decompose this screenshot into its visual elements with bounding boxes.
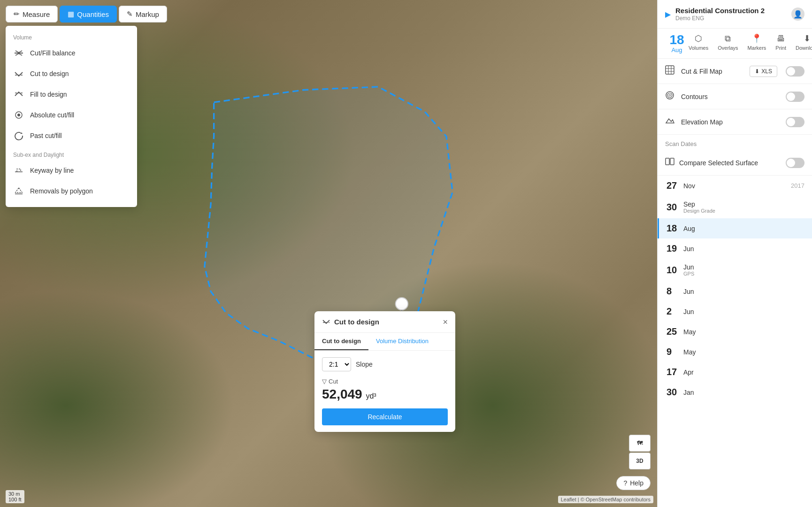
scan-month: Apr xyxy=(683,369,804,376)
scan-date-item[interactable]: 10 Jun GPS xyxy=(658,259,812,281)
map-icon-button[interactable]: 🗺 xyxy=(629,435,651,452)
popup-body: 2:1 Slope ▽ Cut 52,049 yd³ Recalculate xyxy=(314,351,455,432)
cut-fill-map-toggle[interactable] xyxy=(786,66,804,77)
scan-month: May xyxy=(683,348,804,356)
menu-item-fill-to-design-label: Fill to design xyxy=(30,91,67,98)
map-attribution: Leaflet | © OpenStreetMap contributors xyxy=(558,496,653,503)
scale-30m: 30 m xyxy=(8,491,22,497)
markers-label: Markers xyxy=(748,45,766,51)
date-badge: 18 Aug xyxy=(665,33,689,54)
menu-item-fill-to-design[interactable]: Fill to design xyxy=(6,84,137,105)
scan-day: 19 xyxy=(666,243,683,254)
popup-tabs: Cut to design Volume Distribution xyxy=(314,333,455,351)
tab-cut-to-design[interactable]: Cut to design xyxy=(314,333,368,350)
contours-toggle[interactable] xyxy=(786,92,804,102)
map-container[interactable]: ✏ Measure ▦ Quantities ✎ Markup Volume C… xyxy=(0,0,657,507)
measure-button[interactable]: ✏ Measure xyxy=(6,6,58,23)
contours-row: Contours xyxy=(658,84,812,109)
nav-download[interactable]: ⬇ Download xyxy=(796,33,812,51)
scan-date-item[interactable]: 19 Jun xyxy=(658,238,812,259)
scan-day: 9 xyxy=(666,346,683,357)
markup-label: Markup xyxy=(136,10,159,18)
scan-day: 27 xyxy=(666,180,683,191)
menu-item-cut-to-design-label: Cut to design xyxy=(30,70,69,77)
volumes-label: Volumes xyxy=(689,45,708,51)
quantities-button[interactable]: ▦ Quantities xyxy=(60,6,117,23)
menu-item-cut-fill-balance[interactable]: Cut/Fill balance xyxy=(6,43,137,63)
scan-day: 30 xyxy=(666,387,683,398)
overlays-icon: ⧉ xyxy=(725,34,731,44)
menu-item-removals-by-polygon[interactable]: Removals by polygon xyxy=(6,181,137,201)
nav-icons: ⬡ Volumes ⧉ Overlays 📍 Markers 🖶 Print ⬇… xyxy=(689,33,812,51)
elevation-map-toggle[interactable] xyxy=(786,117,804,127)
scan-date-item[interactable]: 9 May xyxy=(658,342,812,362)
scan-day: 2 xyxy=(666,306,683,317)
scan-date-item[interactable]: 30 Sep Design Grade xyxy=(658,196,812,218)
svg-point-7 xyxy=(17,114,20,116)
menu-item-absolute-cut-fill[interactable]: Absolute cut/fill xyxy=(6,105,137,125)
scan-date-item[interactable]: 30 Jan xyxy=(658,382,812,402)
menu-item-absolute-cut-fill-label: Absolute cut/fill xyxy=(30,111,74,119)
project-arrow-icon[interactable]: ▶ xyxy=(665,10,671,19)
download-icon: ⬇ xyxy=(804,33,811,44)
scan-month: Nov xyxy=(683,182,791,190)
scan-date-item[interactable]: 8 Jun xyxy=(658,281,812,301)
scan-month: Jun xyxy=(683,308,804,315)
scan-month: Sep xyxy=(683,200,804,208)
print-label: Print xyxy=(775,45,786,51)
recalculate-button[interactable]: Recalculate xyxy=(322,408,448,425)
help-button[interactable]: ? Help xyxy=(616,476,651,490)
markup-button[interactable]: ✎ Markup xyxy=(119,6,167,23)
slope-select[interactable]: 2:1 xyxy=(322,357,351,371)
menu-item-keyway-by-line[interactable]: Keyway by line xyxy=(6,160,137,181)
quantities-dropdown: Volume Cut/Fill balance Cut to design Fi… xyxy=(6,26,137,207)
map-style-buttons: 🗺 3D xyxy=(629,435,651,469)
project-name: Residential Construction 2 xyxy=(675,7,765,15)
date-nav-row: 18 Aug ⬡ Volumes ⧉ Overlays 📍 Markers 🖶 … xyxy=(658,29,812,59)
compare-toggle[interactable] xyxy=(786,158,804,168)
keyway-by-line-icon xyxy=(13,165,24,176)
scan-day: 25 xyxy=(666,326,683,337)
user-avatar[interactable]: 👤 xyxy=(791,8,804,21)
scan-date-item[interactable]: 27 Nov 2017 xyxy=(658,176,812,196)
scan-date-item[interactable]: 25 May xyxy=(658,322,812,342)
tab-volume-distribution[interactable]: Volume Distribution xyxy=(368,333,436,350)
menu-item-cut-to-design[interactable]: Cut to design xyxy=(6,63,137,84)
scan-date-item[interactable]: 17 Apr xyxy=(658,362,812,382)
scan-date-item[interactable]: 18 Aug xyxy=(658,218,812,238)
volumes-icon: ⬡ xyxy=(695,33,702,44)
xls-button[interactable]: ⬇ XLS xyxy=(750,66,777,77)
elevation-map-row: Elevation Map xyxy=(658,109,812,135)
project-info: ▶ Residential Construction 2 Demo ENG xyxy=(665,7,765,22)
slope-row: 2:1 Slope xyxy=(322,357,448,371)
compare-surface-row: Compare Selected Surface xyxy=(658,150,812,176)
scan-date-item[interactable]: 2 Jun xyxy=(658,301,812,322)
nav-print[interactable]: 🖶 Print xyxy=(775,34,786,51)
menu-item-past-cut-fill[interactable]: Past cut/fill xyxy=(6,125,137,146)
measure-icon: ✏ xyxy=(14,10,20,18)
scan-sub: Design Grade xyxy=(683,208,804,214)
popup-close-button[interactable]: × xyxy=(443,318,448,326)
cut-unit: yd³ xyxy=(366,392,376,400)
cut-fill-balance-icon xyxy=(13,47,24,59)
sidebar: ▶ Residential Construction 2 Demo ENG 👤 … xyxy=(657,0,812,507)
absolute-cut-fill-icon xyxy=(13,109,24,121)
xls-download-icon: ⬇ xyxy=(755,68,759,75)
nav-markers[interactable]: 📍 Markers xyxy=(748,33,766,51)
removals-by-polygon-icon xyxy=(13,185,24,197)
xls-label: XLS xyxy=(761,68,772,75)
cut-label: ▽ Cut xyxy=(322,378,448,385)
scan-year: 2017 xyxy=(791,182,804,189)
scan-day: 8 xyxy=(666,286,683,297)
cut-fill-map-label: Cut & Fill Map xyxy=(681,68,745,75)
3d-button[interactable]: 3D xyxy=(629,453,651,469)
nav-overlays[interactable]: ⧉ Overlays xyxy=(718,34,738,51)
popup-title: Cut to design xyxy=(322,317,379,327)
nav-volumes[interactable]: ⬡ Volumes xyxy=(689,33,708,51)
cut-value: 52,049 yd³ xyxy=(322,387,448,402)
scan-month: Jun xyxy=(683,245,804,253)
svg-rect-17 xyxy=(666,66,674,74)
compare-icon xyxy=(665,157,674,169)
menu-item-keyway-by-line-label: Keyway by line xyxy=(30,167,74,174)
popup-header: Cut to design × xyxy=(314,311,455,333)
